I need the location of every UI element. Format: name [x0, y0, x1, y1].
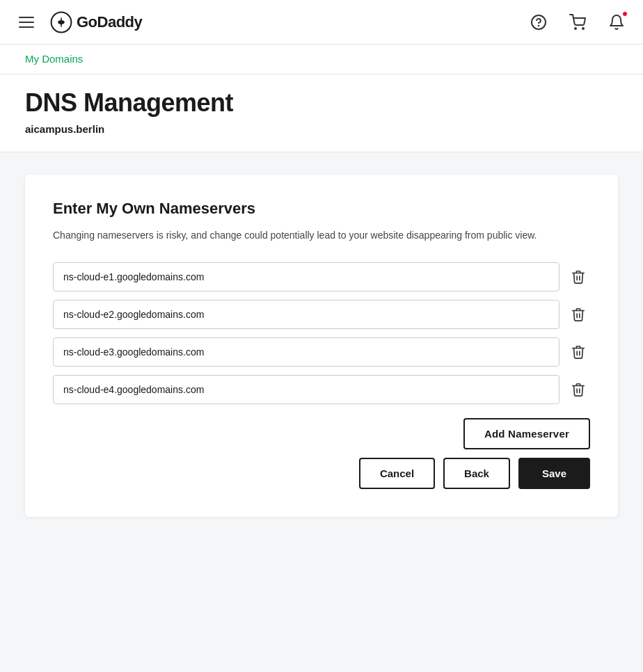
nameserver-input-1[interactable]	[53, 262, 559, 291]
nameserver-list	[53, 262, 590, 404]
page-subtitle: aicampus.berlin	[25, 123, 618, 135]
card-title: Enter My Own Nameservers	[53, 200, 590, 218]
logo-icon	[50, 11, 72, 33]
nameserver-row	[53, 262, 590, 291]
cart-button[interactable]	[565, 10, 590, 35]
delete-nameserver-1-button[interactable]	[566, 265, 590, 289]
trash-icon	[571, 307, 586, 322]
nameserver-card: Enter My Own Nameservers Changing namese…	[25, 175, 618, 517]
trash-icon	[571, 344, 586, 360]
save-button[interactable]: Save	[518, 458, 590, 489]
delete-nameserver-3-button[interactable]	[566, 340, 590, 364]
nameserver-row	[53, 375, 590, 404]
header-left: GoDaddy	[14, 10, 142, 35]
logo: GoDaddy	[50, 11, 142, 33]
trash-icon	[571, 382, 586, 397]
notification-button[interactable]	[604, 10, 629, 35]
help-circle-icon	[530, 14, 547, 31]
delete-nameserver-4-button[interactable]	[566, 378, 590, 401]
back-button[interactable]: Back	[443, 458, 510, 489]
cancel-button[interactable]: Cancel	[359, 458, 435, 489]
nameserver-input-3[interactable]	[53, 337, 559, 367]
notification-badge	[622, 11, 628, 17]
cart-icon	[569, 14, 586, 31]
page-title: DNS Management	[25, 88, 618, 118]
delete-nameserver-2-button[interactable]	[566, 303, 590, 326]
add-nameserver-button[interactable]: Add Nameserver	[463, 418, 590, 449]
logo-text: GoDaddy	[77, 13, 142, 31]
help-button[interactable]	[526, 10, 551, 35]
add-nameserver-row: Add Nameserver	[53, 418, 590, 449]
menu-button[interactable]	[14, 10, 39, 35]
svg-point-4	[582, 28, 584, 29]
nameserver-row	[53, 300, 590, 329]
breadcrumb-bar: My Domains	[0, 45, 643, 74]
main-content: Enter My Own Nameservers Changing namese…	[0, 152, 643, 539]
nameserver-input-4[interactable]	[53, 375, 559, 404]
header: GoDaddy	[0, 0, 643, 45]
card-description: Changing nameservers is risky, and chang…	[53, 227, 540, 243]
svg-point-3	[575, 28, 576, 29]
bell-icon	[608, 14, 625, 31]
breadcrumb-link[interactable]: My Domains	[25, 53, 83, 65]
bottom-actions: Cancel Back Save	[53, 458, 590, 489]
page-header: DNS Management aicampus.berlin	[0, 74, 643, 152]
trash-icon	[571, 269, 586, 285]
header-right	[526, 10, 629, 35]
nameserver-input-2[interactable]	[53, 300, 559, 329]
nameserver-row	[53, 337, 590, 367]
